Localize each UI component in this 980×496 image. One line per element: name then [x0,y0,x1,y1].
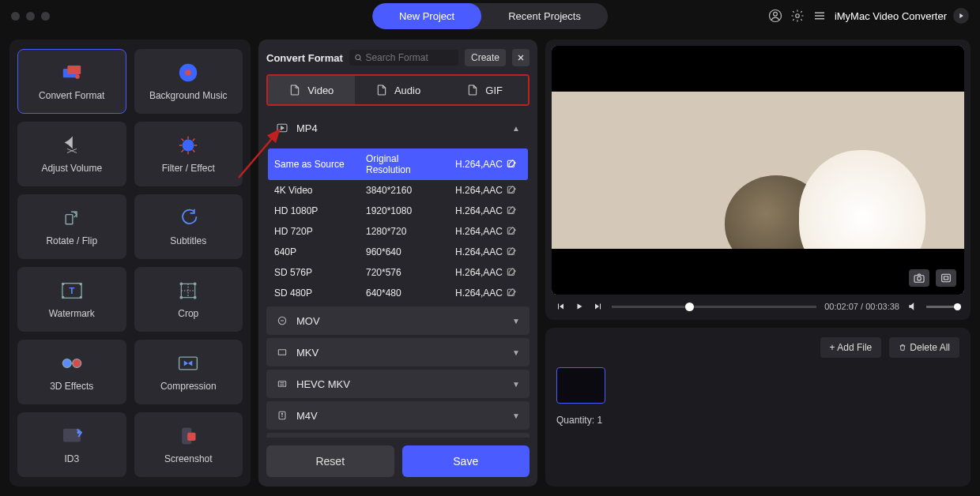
format-group-m4v[interactable]: M4V▼ [266,401,530,430]
preset-res: 3840*2160 [366,185,430,196]
titlebar: New Project Recent Projects iMyMac Video… [0,0,980,32]
tool-filter-effect[interactable]: Filter / Effect [134,122,243,186]
tool-3d-effects[interactable]: 3D Effects [17,340,126,404]
tool-label: Convert Format [39,90,104,101]
preset-row[interactable]: 4K Video3840*2160H.264,AAC [268,180,528,201]
preset-row[interactable]: SD 576P720*576H.264,AAC [268,262,528,283]
search-input[interactable] [365,52,454,63]
edit-icon[interactable] [506,205,517,216]
search-format[interactable] [349,50,458,66]
tool-subtitles[interactable]: Subtitles [134,194,243,259]
edit-icon[interactable] [506,159,517,170]
quantity: Quantity: 1 [556,415,959,426]
tab-recent-projects[interactable]: Recent Projects [481,3,608,29]
tool-label: Screenshot [164,453,213,464]
tool-watermark[interactable]: TWatermark [17,267,126,332]
preset-name: SD 480P [274,287,363,299]
tab-new-project[interactable]: New Project [372,3,481,29]
tool-label: Background Music [149,90,228,101]
camera-icon [913,272,925,284]
tool-crop[interactable]: Crop [134,267,243,332]
svg-text:T: T [69,286,74,295]
reset-button[interactable]: Reset [266,445,394,477]
next-button[interactable] [593,301,604,312]
delete-all-button[interactable]: Delete All [889,337,959,358]
svg-point-20 [194,296,197,299]
type-tab-video[interactable]: Video [268,76,355,104]
type-tab-gif[interactable]: GIF [441,76,528,104]
snapshot-button[interactable] [909,269,929,287]
svg-point-19 [180,296,183,299]
preset-codec: H.264,AAC [433,267,503,278]
svg-rect-46 [944,276,948,280]
close-dot[interactable] [11,12,20,21]
edit-icon[interactable] [506,185,517,196]
project-tabs: New Project Recent Projects [372,3,608,29]
minimize-dot[interactable] [26,12,35,21]
preset-codec: H.264,AAC [433,287,503,299]
maximize-dot[interactable] [41,12,50,21]
preset-list: Same as SourceOriginal ResolutionH.264,A… [266,145,530,306]
menu-icon[interactable] [812,9,827,23]
edit-icon[interactable] [506,267,517,278]
tool-background-music[interactable]: Background Music [134,49,243,114]
fullscreen-icon [940,272,952,284]
rotate-icon [61,207,83,229]
add-file-button[interactable]: + Add File [820,337,882,358]
play-button[interactable] [574,301,585,312]
preset-row[interactable]: SD 480P640*480H.264,AAC [268,283,528,303]
queue-thumbnail[interactable] [556,367,605,404]
tool-label: Compression [160,381,217,392]
brand-icon [953,8,969,24]
tool-convert-format[interactable]: Convert Format [17,49,126,114]
settings-icon[interactable] [790,9,805,23]
preset-codec: H.264,AAC [433,226,503,237]
volume-button[interactable] [907,301,918,312]
preset-row[interactable]: Same as SourceOriginal ResolutionH.264,A… [268,148,528,180]
preset-res: 1280*720 [366,226,430,237]
svg-rect-38 [278,350,285,355]
tool-rotate-flip[interactable]: Rotate / Flip [17,194,126,259]
preset-codec: H.264,AAC [433,205,503,216]
preset-res: 720*576 [366,267,430,278]
window-controls[interactable] [11,12,50,21]
format-group-mp4[interactable]: MP4 ▲ [266,114,530,142]
tool-label: Filter / Effect [162,163,215,174]
preset-name: Same as Source [274,159,363,170]
chevron-down-icon: ▼ [512,411,520,420]
tool-id3[interactable]: ID3 [17,412,126,477]
transport: 00:02:07 / 00:03:38 [552,295,964,314]
close-panel-button[interactable] [512,49,530,66]
format-group-avi[interactable]: AVI▼ [266,433,530,438]
format-panel-title: Convert Format [266,52,343,64]
tool-screenshot[interactable]: Screenshot [134,412,243,477]
format-group-hevc-mkv[interactable]: HEVC MKV▼ [266,370,530,398]
fullscreen-button[interactable] [936,269,956,287]
volume-slider[interactable] [926,306,961,308]
tool-compression[interactable]: Compression [134,340,243,404]
timeline[interactable] [612,306,816,308]
convert-icon [61,62,83,84]
svg-point-22 [73,359,81,368]
video-frame[interactable] [552,46,964,295]
format-group-mov[interactable]: MOV▼ [266,306,530,335]
edit-icon[interactable] [506,287,517,299]
format-icon [276,409,288,422]
preset-name: 4K Video [274,185,363,196]
create-button[interactable]: Create [465,49,506,66]
type-tab-audio[interactable]: Audio [355,76,442,104]
svg-point-8 [183,140,194,152]
tool-adjust-volume[interactable]: Adjust Volume [17,122,126,186]
edit-icon[interactable] [506,246,517,257]
preset-row[interactable]: 640P960*640H.264,AAC [268,242,528,262]
prev-button[interactable] [555,301,566,312]
compression-icon [177,352,199,374]
edit-icon[interactable] [506,226,517,237]
preset-row[interactable]: HD 720P1280*720H.264,AAC [268,221,528,242]
preset-row[interactable]: HD 1080P1920*1080H.264,AAC [268,201,528,221]
preset-codec: H.264,AAC [433,185,503,196]
account-icon[interactable] [768,9,782,23]
close-icon [516,53,526,62]
format-group-mkv[interactable]: MKV▼ [266,338,530,366]
save-button[interactable]: Save [402,445,530,477]
